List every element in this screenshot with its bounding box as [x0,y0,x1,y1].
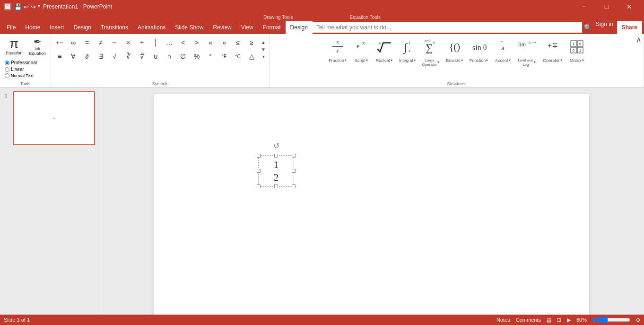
handle-top-mid[interactable] [274,154,278,158]
search-input[interactable] [313,22,582,33]
sym-times[interactable]: × [122,36,135,49]
slide-number: 1 [5,93,8,98]
ink-equation-label2: Equation [29,51,46,56]
ink-equation-button[interactable]: ✒ Ink Equation [28,36,47,57]
share-button[interactable]: Share [617,21,642,34]
maximize-button[interactable]: □ [596,0,618,13]
sym-union[interactable]: ∪ [149,50,162,63]
sym-degF[interactable]: °F [218,50,231,63]
sym-tilde[interactable]: ~ [108,36,121,49]
operator-button[interactable]: ±∓ Operator ▾ [540,36,565,65]
sym-4rt[interactable]: ∜ [135,50,148,63]
normal-text-radio[interactable] [5,73,9,78]
symbols-area: +− ∞ = ≠ ~ × ÷ │ … < > « » ≤ ≥ ≡ ∀ ∂ ∃ [53,36,268,63]
script-button[interactable]: e x Script ▾ [351,36,372,65]
sym-empty[interactable]: ∅ [176,50,190,63]
sym-equiv[interactable]: ≡ [53,50,66,63]
svg-text:x: x [409,49,410,53]
radical-button[interactable]: n Radical ▾ [374,36,395,65]
fraction-button[interactable]: x y Fraction ▾ [326,36,349,65]
equation-button[interactable]: π Equation [4,36,25,56]
slide-thumbnail[interactable]: · [13,91,95,145]
fit-page-btn[interactable]: ⊕ [636,317,640,323]
sym-degree[interactable]: ° [204,50,217,63]
zoom-slider[interactable] [592,316,630,324]
sym-intersect[interactable]: ∩ [163,50,176,63]
menu-review[interactable]: Review [208,21,236,34]
linear-radio[interactable] [5,67,9,72]
menu-animations[interactable]: Animations [133,21,170,34]
sym-degC[interactable]: °C [231,50,244,63]
menu-design-eq[interactable]: Design [286,21,313,34]
sym-percent[interactable]: % [190,50,203,63]
customize-icon[interactable]: ▾ [38,3,40,10]
ribbon-collapse-button[interactable]: ∧ [636,35,642,44]
sym-leq[interactable]: ≤ [231,36,244,49]
sym-sqrt[interactable]: √ [108,50,121,63]
sym-geq[interactable]: ≥ [245,36,258,49]
scroll-up-arrow[interactable]: ▲ [260,39,267,46]
sym-exists[interactable]: ∃ [94,50,107,63]
handle-mid-right[interactable] [292,169,296,173]
menu-home[interactable]: Home [20,21,45,34]
handle-bot-left[interactable] [257,184,261,188]
professional-radio[interactable] [5,61,9,65]
sym-plusminus[interactable]: +− [53,36,66,49]
sym-infinity[interactable]: ∞ [67,36,80,49]
sym-div[interactable]: ÷ [135,36,148,49]
matrix-button[interactable]: 1 0 0 1 Matrix ▾ [566,36,587,65]
sym-equals[interactable]: = [80,36,94,49]
handle-bot-mid[interactable] [274,184,278,188]
scroll-expand-arrow[interactable]: ▾ [260,53,267,60]
sym-cbrt[interactable]: ∛ [122,50,135,63]
save-icon[interactable]: 💾 [14,3,22,10]
close-button[interactable]: ✕ [618,0,640,13]
sym-raquo[interactable]: » [218,36,231,49]
sym-notequal[interactable]: ≠ [94,36,107,49]
accent-button[interactable]: ¨ a Accent ▾ [492,36,513,65]
menu-insert[interactable]: Insert [45,21,69,34]
menu-file[interactable]: File [2,21,20,34]
menu-format[interactable]: Format [258,21,286,34]
sym-dots[interactable]: … [163,36,176,49]
view-slider[interactable]: ⊡ [557,317,561,323]
handle-top-left[interactable] [257,154,261,158]
sym-partial[interactable]: ∂ [80,50,94,63]
menu-view[interactable]: View [236,21,258,34]
equation-container[interactable]: ↺ 1 2 [258,155,294,187]
sign-in-button[interactable]: Sign in [592,21,617,34]
view-normal[interactable]: ▤ [547,317,551,323]
notes-btn[interactable]: Notes [496,317,510,323]
undo-icon[interactable]: ↩ [24,3,29,10]
function-button[interactable]: sin θ Function ▾ [467,36,491,65]
sym-laquo[interactable]: « [204,36,217,49]
large-operator-button[interactable]: ∑ n n=0 LargeOperator ▾ [420,36,442,69]
bracket-button[interactable]: {() Bracket ▾ [444,36,465,65]
redo-icon[interactable]: ↪ [31,3,36,10]
zoom-level: 60% [576,317,587,323]
view-slideshow[interactable]: ▶ [567,317,571,323]
professional-option[interactable]: Professional [4,60,47,66]
scroll-more-arrow[interactable]: ▼ [260,46,267,53]
sym-triangle[interactable]: △ [245,50,258,63]
sym-lt[interactable]: < [176,36,190,49]
handle-bot-right[interactable] [292,184,296,188]
handle-mid-left[interactable] [257,169,261,173]
limit-log-button[interactable]: lim n→∞ Limit andLog ▾ [515,36,539,69]
minimize-button[interactable]: − [573,0,595,13]
normal-text-option[interactable]: Normal Text [4,73,47,79]
fraction-display: 1 2 [273,159,279,183]
menu-design[interactable]: Design [69,21,96,34]
menu-slideshow[interactable]: Slide Show [170,21,208,34]
linear-option[interactable]: Linear [4,66,47,72]
sym-forall[interactable]: ∀ [67,50,80,63]
rotate-handle[interactable]: ↺ [271,141,281,151]
sym-pipe[interactable]: │ [149,36,162,49]
comments-btn[interactable]: Comments [516,317,541,323]
integral-button[interactable]: ∫ x x Integral ▾ [397,36,418,65]
menu-transitions[interactable]: Transitions [96,21,133,34]
sym-gt[interactable]: > [190,36,203,49]
slide-canvas[interactable]: ↺ 1 2 [154,94,589,325]
handle-top-right[interactable] [292,154,296,158]
title-bar: 🅿 💾 ↩ ↪ ▾ Presentation1 - PowerPoint − □… [0,0,644,13]
